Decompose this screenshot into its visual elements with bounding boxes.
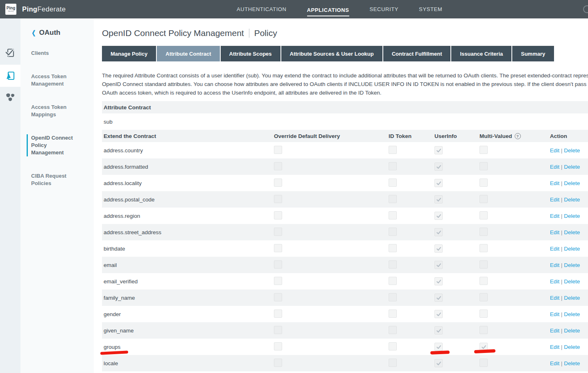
- checkbox-override[interactable]: [274, 244, 282, 252]
- checkbox-id-token[interactable]: [389, 211, 397, 219]
- edit-link[interactable]: Edit: [550, 262, 559, 268]
- delete-link[interactable]: Delete: [564, 278, 580, 285]
- delete-link[interactable]: Delete: [564, 246, 580, 252]
- checkbox-id-token[interactable]: [389, 342, 397, 350]
- topnav-item-system[interactable]: SYSTEM: [419, 5, 442, 14]
- delete-link[interactable]: Delete: [564, 328, 580, 334]
- sidebar-item-ciba-request-policies[interactable]: CIBA Request Policies: [31, 172, 81, 187]
- checkbox-multi-valued[interactable]: [479, 359, 488, 367]
- edit-link[interactable]: Edit: [550, 278, 559, 285]
- checkbox-id-token[interactable]: [389, 179, 397, 187]
- checkbox-userinfo[interactable]: [434, 228, 443, 236]
- edit-link[interactable]: Edit: [550, 147, 559, 154]
- tab-summary[interactable]: Summary: [512, 46, 554, 61]
- checkbox-multi-valued[interactable]: [479, 244, 488, 252]
- sidebar-item-clients[interactable]: Clients: [31, 50, 81, 57]
- checkbox-userinfo[interactable]: [434, 343, 443, 351]
- checkbox-multi-valued[interactable]: [479, 326, 488, 334]
- checkbox-id-token[interactable]: [389, 359, 397, 367]
- edit-link[interactable]: Edit: [550, 360, 559, 366]
- sidebar-back-oauth[interactable]: ❮ OAuth: [31, 29, 94, 37]
- checkbox-override[interactable]: [274, 310, 282, 318]
- checkbox-id-token[interactable]: [389, 326, 397, 334]
- checkbox-id-token[interactable]: [389, 260, 397, 269]
- federation-shields-icon[interactable]: [0, 92, 20, 103]
- checkbox-userinfo[interactable]: [434, 310, 443, 318]
- oauth-token-icon[interactable]: [0, 70, 20, 81]
- checkbox-override[interactable]: [274, 260, 282, 269]
- checkbox-multi-valued[interactable]: [479, 211, 488, 219]
- edit-link[interactable]: Edit: [550, 295, 559, 301]
- checkbox-multi-valued[interactable]: [479, 179, 488, 187]
- edit-link[interactable]: Edit: [550, 197, 559, 203]
- edit-link[interactable]: Edit: [550, 164, 559, 170]
- tab-attribute-sources-user-lookup[interactable]: Attribute Sources & User Lookup: [281, 46, 382, 61]
- clients-check-icon[interactable]: [0, 47, 20, 59]
- checkbox-userinfo[interactable]: [434, 212, 443, 220]
- tab-manage-policy[interactable]: Manage Policy: [102, 46, 156, 61]
- checkbox-override[interactable]: [274, 293, 282, 301]
- checkbox-override[interactable]: [274, 146, 282, 154]
- topnav-item-authentication[interactable]: AUTHENTICATION: [237, 5, 287, 14]
- checkbox-override[interactable]: [274, 342, 282, 350]
- checkbox-multi-valued[interactable]: [479, 277, 488, 285]
- topnav-item-applications[interactable]: APPLICATIONS: [307, 5, 349, 16]
- checkbox-userinfo[interactable]: [434, 294, 443, 302]
- checkbox-multi-valued[interactable]: [479, 162, 488, 170]
- checkbox-id-token[interactable]: [389, 244, 397, 252]
- tab-issuance-criteria[interactable]: Issuance Criteria: [451, 46, 511, 61]
- delete-link[interactable]: Delete: [564, 164, 580, 170]
- tab-contract-fulfillment[interactable]: Contract Fulfillment: [383, 46, 451, 61]
- checkbox-override[interactable]: [274, 179, 282, 187]
- delete-link[interactable]: Delete: [564, 229, 580, 235]
- tab-attribute-scopes[interactable]: Attribute Scopes: [221, 46, 280, 61]
- edit-link[interactable]: Edit: [550, 344, 559, 350]
- checkbox-userinfo[interactable]: [434, 261, 443, 269]
- edit-link[interactable]: Edit: [550, 229, 559, 235]
- checkbox-override[interactable]: [274, 228, 282, 236]
- delete-link[interactable]: Delete: [564, 180, 580, 186]
- checkbox-override[interactable]: [274, 162, 282, 170]
- checkbox-multi-valued[interactable]: [479, 293, 488, 301]
- checkbox-override[interactable]: [274, 211, 282, 219]
- help-icon[interactable]: ?: [515, 133, 521, 139]
- checkbox-override[interactable]: [274, 359, 282, 367]
- delete-link[interactable]: Delete: [564, 295, 580, 301]
- delete-link[interactable]: Delete: [564, 311, 580, 317]
- checkbox-id-token[interactable]: [389, 310, 397, 318]
- checkbox-id-token[interactable]: [389, 228, 397, 236]
- checkbox-id-token[interactable]: [389, 162, 397, 170]
- edit-link[interactable]: Edit: [550, 246, 559, 252]
- checkbox-id-token[interactable]: [389, 293, 397, 301]
- edit-link[interactable]: Edit: [550, 311, 559, 317]
- sidebar-item-access-token-mappings[interactable]: Access Token Mappings: [31, 104, 81, 118]
- checkbox-multi-valued[interactable]: [479, 310, 488, 318]
- checkbox-userinfo[interactable]: [434, 326, 443, 335]
- checkbox-multi-valued[interactable]: [479, 228, 488, 236]
- checkbox-multi-valued[interactable]: [479, 260, 488, 269]
- sidebar-item-access-token-management[interactable]: Access Token Management: [31, 73, 81, 88]
- checkbox-userinfo[interactable]: [434, 244, 443, 253]
- delete-link[interactable]: Delete: [564, 360, 580, 366]
- checkbox-multi-valued[interactable]: [479, 146, 488, 154]
- delete-link[interactable]: Delete: [564, 344, 580, 350]
- edit-link[interactable]: Edit: [550, 180, 559, 186]
- sidebar-item-openid-connect-policy-management[interactable]: OpenID Connect Policy Management: [27, 134, 77, 156]
- edit-link[interactable]: Edit: [550, 213, 559, 219]
- tab-attribute-contract[interactable]: Attribute Contract: [157, 46, 219, 61]
- checkbox-id-token[interactable]: [389, 195, 397, 203]
- checkbox-userinfo[interactable]: [434, 195, 443, 203]
- delete-link[interactable]: Delete: [564, 262, 580, 268]
- delete-link[interactable]: Delete: [564, 213, 580, 219]
- checkbox-override[interactable]: [274, 326, 282, 334]
- delete-link[interactable]: Delete: [564, 197, 580, 203]
- checkbox-userinfo[interactable]: [434, 277, 443, 285]
- checkbox-userinfo[interactable]: [434, 163, 443, 171]
- checkbox-userinfo[interactable]: [434, 179, 443, 187]
- checkbox-id-token[interactable]: [389, 146, 397, 154]
- delete-link[interactable]: Delete: [564, 147, 580, 154]
- checkbox-multi-valued[interactable]: [479, 195, 488, 203]
- checkbox-userinfo[interactable]: [434, 359, 443, 367]
- checkbox-id-token[interactable]: [389, 277, 397, 285]
- search-icon[interactable]: [583, 5, 588, 13]
